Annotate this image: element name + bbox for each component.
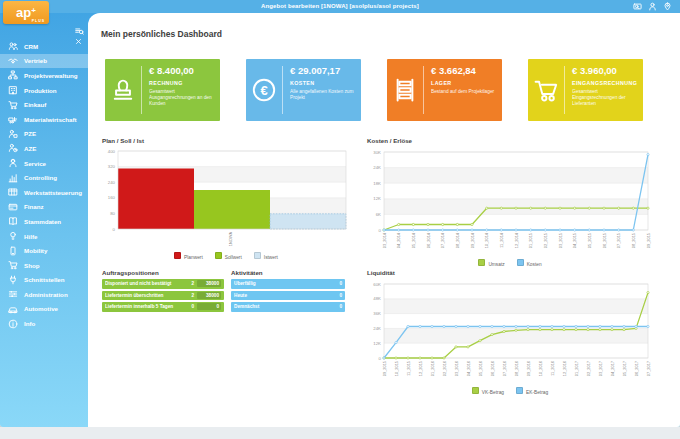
kpi-card-rechnung[interactable]: € 8.400,00RECHNUNGGesamtwert Ausgangsrec… (105, 59, 220, 121)
kpi-description: Gesamtwert Eingangsrechnungen der Liefer… (572, 89, 638, 108)
svg-text:06_2016: 06_2016 (490, 361, 495, 376)
sidebar-item-aze[interactable]: AZE (0, 141, 88, 156)
row-count: 0 (326, 304, 342, 309)
sidebar-item-hilfe[interactable]: Hilfe (0, 229, 88, 244)
legend-item-vk-betrag[interactable]: VK-Betrag (472, 387, 504, 395)
row-count: 0 (326, 281, 342, 286)
sidebar: CRMVertriebProjektverwaltungProduktionEi… (0, 13, 88, 427)
legend-item-sollwert[interactable]: Sollwert (215, 252, 242, 260)
activity-row[interactable]: Heute0 (231, 291, 345, 301)
row-label: Disponiert und nicht bestätigt (105, 281, 178, 286)
sidebar-item-service[interactable]: Service (0, 156, 88, 171)
svg-text:320: 320 (108, 164, 116, 169)
preview-icon[interactable] (633, 2, 642, 11)
svg-text:60K: 60K (373, 282, 381, 287)
svg-text:03_2016: 03_2016 (454, 361, 459, 376)
liquiditaet-legend: VK-BetragEK-Betrag (367, 387, 653, 395)
sidebar-item-stammdaten[interactable]: Stammdaten (0, 214, 88, 229)
sidebar-item-label: Mobility (24, 247, 47, 254)
svg-text:07_2017: 07_2017 (646, 361, 651, 376)
table-title-auftragspositionen: Auftragspositionen (102, 269, 224, 276)
sidebar-item-mobility[interactable]: Mobility (0, 243, 88, 258)
book-icon (7, 216, 18, 226)
kpi-card-eingangsrechnung[interactable]: € 3.960,00EINGANGSRECHNUNGGesamtwert Ein… (528, 59, 643, 121)
plug-icon (7, 275, 18, 285)
liquiditaet-chart: 60K48K36K24K12K009_201510_201511_201512_… (367, 279, 653, 386)
sidebar-item-pze[interactable]: PZE (0, 127, 88, 142)
svg-text:12K: 12K (373, 196, 381, 201)
chart-title-kosten-erloese: Kosten / Erlöse (367, 137, 653, 144)
svg-text:06_2015: 06_2015 (602, 233, 607, 248)
sidebar-item-label: Finanz (24, 203, 44, 210)
row-label: Heute (234, 293, 326, 298)
svg-text:12_2015: 12_2015 (418, 361, 423, 376)
svg-text:01_2017: 01_2017 (574, 361, 579, 376)
euro-icon: € (246, 59, 282, 121)
kpi-value: € 3.662,84 (431, 65, 497, 76)
kpi-card-kosten[interactable]: €€ 29.007,17KOSTENAlle angefallenen Kost… (246, 59, 361, 121)
svg-text:240: 240 (108, 180, 116, 185)
user-icon[interactable] (648, 2, 657, 11)
row-label: Liefertermin überschritten (105, 293, 178, 298)
svg-text:0: 0 (379, 356, 382, 361)
legend-item-planwert[interactable]: Planwert (174, 252, 203, 260)
svg-text:10_2016: 10_2016 (538, 361, 543, 376)
sidebar-item-label: Hilfe (24, 233, 37, 240)
window-title: Angebot bearbeiten [1NOWA] [asolplus/aso… (0, 0, 680, 13)
sidebar-item-label: Automotive (24, 305, 58, 312)
legend-item-kosten[interactable]: Kosten (517, 259, 542, 267)
plan-soll-ist-chart: 4003202401608001NOWA (102, 147, 350, 251)
kpi-value: € 8.400,00 (149, 65, 215, 76)
sidebar-item-label: Stammdaten (24, 218, 61, 225)
order-position-row[interactable]: Liefertermin innerhalb 5 Tagen00 (102, 302, 224, 312)
sidebar-item-einkauf[interactable]: Einkauf (0, 97, 88, 112)
svg-text:36K: 36K (373, 311, 381, 316)
sidebar-item-info[interactable]: Info (0, 316, 88, 331)
sidebar-item-label: PZE (24, 130, 36, 137)
location-icon[interactable] (663, 2, 672, 11)
sidebar-item-label: Schnittstellen (24, 276, 65, 283)
sidebar-item-controlling[interactable]: Controlling (0, 170, 88, 185)
order-position-row[interactable]: Disponiert und nicht bestätigt238000 (102, 279, 224, 289)
svg-text:12K: 12K (373, 341, 381, 346)
vertrieb-icon (7, 56, 18, 66)
sidebar-item-automotive[interactable]: Automotive (0, 302, 88, 317)
sidebar-item-vertrieb[interactable]: Vertrieb (0, 54, 88, 69)
cart-icon (7, 100, 18, 110)
sidebar-item-crm[interactable]: CRM (0, 39, 88, 54)
sidebar-item-label: Projektverwaltung (24, 72, 78, 79)
row-count: 0 (326, 293, 342, 298)
chart-title-plan-soll-ist: Plan / Soll / Ist (102, 137, 350, 144)
activity-row[interactable]: Überfällig0 (231, 279, 345, 289)
activity-row[interactable]: Demnächst0 (231, 302, 345, 312)
legend-item-ek-betrag[interactable]: EK-Betrag (516, 387, 548, 395)
sidebar-item-schnittstellen[interactable]: Schnittstellen (0, 273, 88, 288)
row-count: 0 (178, 304, 194, 309)
kpi-card-lager[interactable]: € 3.662,84LAGERBestand auf dem Projektla… (387, 59, 502, 121)
sidebar-item-administration[interactable]: Administration (0, 287, 88, 302)
app-logo[interactable]: ap+plus (3, 1, 49, 24)
sidebar-item-produktion[interactable]: Produktion (0, 83, 88, 98)
legend-item-istwert[interactable]: Istwert (254, 252, 278, 260)
svg-text:80: 80 (110, 211, 115, 216)
svg-text:08_2014: 08_2014 (455, 232, 460, 248)
svg-text:10_2015: 10_2015 (394, 361, 399, 376)
svg-text:12_2016: 12_2016 (562, 361, 567, 376)
order-position-row[interactable]: Liefertermin überschritten238000 (102, 291, 224, 301)
sidebar-item-finanz[interactable]: Finanz (0, 200, 88, 215)
svg-text:03_2014: 03_2014 (382, 232, 387, 248)
sidebar-item-materialwirtschaft[interactable]: Materialwirtschaft (0, 112, 88, 127)
svg-text:€: € (260, 83, 267, 98)
svg-text:04_2017: 04_2017 (610, 361, 615, 376)
row-value: 38000 (197, 292, 221, 299)
sidebar-item-label: Vertrieb (24, 57, 47, 64)
kpi-label: LAGER (431, 80, 497, 86)
svg-text:400: 400 (108, 149, 116, 154)
table-title-aktivitaeten: Aktivitäten (231, 269, 345, 276)
kpi-description: Gesamtwert Ausgangsrechnungen an den Kun… (149, 89, 215, 108)
legend-item-umsatz[interactable]: Umsatz (478, 259, 504, 267)
sidebar-item-shop[interactable]: Shop (0, 258, 88, 273)
sidebar-item-projektverwaltung[interactable]: Projektverwaltung (0, 68, 88, 83)
sidebar-item-werkstattsteuerung[interactable]: Werkstattsteuerung (0, 185, 88, 200)
aktivitaeten-table: Überfällig0Heute0Demnächst0 (231, 279, 345, 312)
